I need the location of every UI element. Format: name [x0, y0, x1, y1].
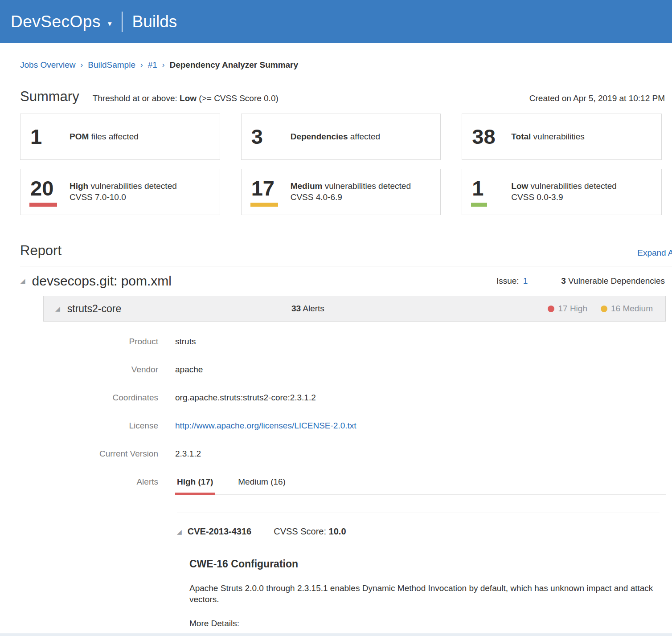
field-label-alerts: Alerts	[43, 477, 158, 487]
high-count: 20	[29, 177, 57, 206]
field-label-license: License	[43, 421, 158, 431]
medium-dot-icon	[601, 306, 607, 312]
medium-cvss-range: CVSS 4.0-6.9	[291, 192, 342, 202]
chevron-down-icon[interactable]: ▾	[108, 19, 112, 29]
low-count: 1	[471, 177, 487, 206]
card-dependencies: 3 Dependencies affected	[241, 114, 441, 160]
file-meta: Issue: 1 3 Vulnerable Dependencies	[496, 276, 665, 286]
total-vulnerabilities-label: Total vulnerabilities	[511, 131, 584, 143]
field-value-vendor: apache	[175, 365, 666, 375]
medium-count: 17	[250, 177, 278, 206]
card-total-vulnerabilities: 38 Total vulnerabilities	[462, 114, 662, 160]
dependency-header[interactable]: ◢ struts2-core 33 Alerts 17 High 16 Medi…	[43, 296, 666, 322]
high-severity-summary: 17 High	[548, 304, 587, 314]
page-content: Jobs Overview › BuildSample › #1 › Depen…	[0, 60, 672, 636]
issue-label: Issue:	[496, 276, 519, 286]
summary-title: Summary	[20, 89, 79, 105]
alerts-count-summary: 33 Alerts	[291, 304, 324, 314]
pom-files-label: POM files affected	[70, 131, 139, 143]
field-label-current-version: Current Version	[43, 449, 158, 459]
cve-section: ◢ CVE-2013-4316 CVSS Score: 10.0 CWE-16 …	[177, 513, 660, 636]
card-high-vulnerabilities: 20 High vulnerabilities detected CVSS 7.…	[20, 169, 220, 215]
dependencies-label: Dependencies affected	[291, 131, 380, 143]
tab-medium[interactable]: Medium (16)	[236, 477, 287, 494]
threshold-prefix: Threshold at or above:	[93, 94, 177, 103]
breadcrumb-separator-icon: ›	[162, 61, 165, 69]
dependency-panel: ◢ struts2-core 33 Alerts 17 High 16 Medi…	[43, 296, 666, 636]
summary-header: Summary Threshold at or above: Low (>= C…	[20, 89, 672, 105]
summary-cards: 1 POM files affected 3 Dependencies affe…	[20, 114, 662, 215]
app-title: DevSecOps	[11, 12, 101, 31]
expand-all-link[interactable]: Expand All	[637, 248, 672, 258]
cvss-score: CVSS Score: 10.0	[274, 526, 346, 537]
dependency-fields: Product struts Vendor apache Coordinates…	[43, 337, 666, 495]
high-cvss-range: CVSS 7.0-10.0	[70, 192, 126, 202]
low-label: Low vulnerabilities detected CVSS 0.0-3.…	[511, 181, 617, 203]
card-low-vulnerabilities: 1 Low vulnerabilities detected CVSS 0.0-…	[462, 169, 662, 215]
threshold-suffix: (>= CVSS Score 0.0)	[199, 94, 278, 103]
card-medium-vulnerabilities: 17 Medium vulnerabilities detected CVSS …	[241, 169, 441, 215]
severity-summary: 17 High 16 Medium	[548, 304, 653, 314]
section-title: Builds	[132, 12, 177, 31]
report-title: Report	[20, 243, 61, 259]
total-vulnerabilities-count: 38	[472, 126, 495, 147]
field-label-coordinates: Coordinates	[43, 393, 158, 403]
breadcrumb-build-number[interactable]: #1	[148, 60, 157, 70]
cwe-title: CWE-16 Configuration	[189, 558, 660, 570]
report-file-row[interactable]: ◢ devsecops.git: pom.xml Issue: 1 3 Vuln…	[20, 273, 672, 289]
card-pom-files: 1 POM files affected	[20, 114, 220, 160]
created-timestamp: Created on Apr 5, 2019 at 10:12 PM	[529, 94, 665, 103]
collapse-triangle-icon[interactable]: ◢	[177, 528, 182, 535]
threshold-level: Low	[180, 94, 197, 103]
collapse-triangle-icon[interactable]: ◢	[20, 277, 25, 285]
breadcrumb-buildsample[interactable]: BuildSample	[88, 60, 135, 70]
top-navigation-bar: DevSecOps ▾ Builds	[0, 0, 672, 43]
high-dot-icon	[548, 306, 554, 312]
breadcrumb-separator-icon: ›	[140, 61, 143, 69]
field-value-product: struts	[175, 337, 666, 347]
medium-label: Medium vulnerabilities detected CVSS 4.0…	[291, 181, 411, 203]
threshold-text: Threshold at or above: Low (>= CVSS Scor…	[93, 94, 279, 103]
breadcrumb-current-page: Dependency Analyzer Summary	[169, 60, 298, 70]
field-label-product: Product	[43, 337, 158, 347]
header-divider	[122, 12, 123, 32]
collapse-triangle-icon[interactable]: ◢	[55, 305, 60, 312]
issue-number-link[interactable]: 1	[523, 276, 528, 286]
file-name: devsecops.git: pom.xml	[32, 273, 172, 289]
dependency-name: struts2-core	[67, 303, 121, 315]
license-link[interactable]: http://www.apache.org/licenses/LICENSE-2…	[175, 421, 356, 430]
cve-id: CVE-2013-4316	[188, 526, 251, 537]
breadcrumb-separator-icon: ›	[81, 61, 83, 69]
bottom-edge-strip	[0, 633, 672, 636]
field-value-current-version: 2.3.1.2	[175, 449, 666, 459]
report-header: Report Expand All	[20, 243, 672, 259]
breadcrumb-jobs-overview[interactable]: Jobs Overview	[20, 60, 76, 70]
pom-files-count: 1	[30, 126, 42, 147]
tab-high[interactable]: High (17)	[175, 477, 215, 494]
vulnerable-dependencies: 3 Vulnerable Dependencies	[561, 276, 665, 286]
cve-description: Apache Struts 2.0.0 through 2.3.15.1 ena…	[189, 583, 660, 605]
alerts-tabs: High (17) Medium (16)	[175, 477, 666, 495]
breadcrumb: Jobs Overview › BuildSample › #1 › Depen…	[20, 60, 672, 70]
dependencies-count: 3	[251, 126, 263, 147]
high-label: High vulnerabilities detected CVSS 7.0-1…	[70, 181, 177, 203]
medium-severity-summary: 16 Medium	[601, 304, 653, 314]
more-details-label: More Details:	[189, 619, 660, 628]
low-cvss-range: CVSS 0.0-3.9	[511, 192, 563, 202]
report-divider	[20, 266, 672, 266]
cve-header[interactable]: ◢ CVE-2013-4316 CVSS Score: 10.0	[177, 526, 660, 537]
field-label-vendor: Vendor	[43, 365, 158, 375]
field-value-coordinates: org.apache.struts:struts2-core:2.3.1.2	[175, 393, 666, 403]
